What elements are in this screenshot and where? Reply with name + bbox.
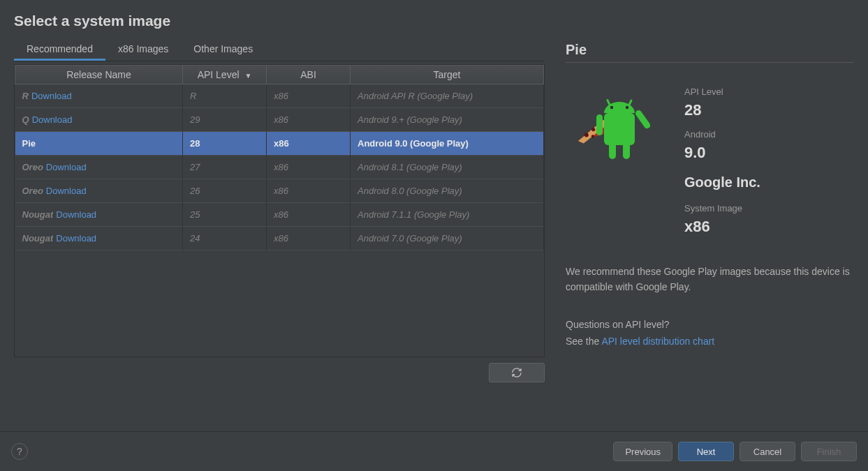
system-image-table: Release Name API Level ▼ ABI Target RDow…: [14, 64, 545, 357]
api-cell: 26: [183, 179, 267, 203]
see-text: See the API level distribution chart: [566, 336, 854, 347]
cancel-button[interactable]: Cancel: [740, 442, 795, 461]
target-cell: Android 8.0 (Google Play): [351, 179, 544, 203]
table-row[interactable]: Pie28x86Android 9.0 (Google Play): [15, 132, 544, 156]
api-level-label: API Level: [684, 87, 760, 97]
target-cell: Android 8.1 (Google Play): [351, 156, 544, 179]
android-label: Android: [684, 129, 760, 140]
abi-cell: x86: [267, 84, 351, 108]
release-name: Q: [22, 114, 29, 125]
finish-button: Finish: [801, 442, 857, 461]
previous-button[interactable]: Previous: [613, 442, 672, 461]
api-cell: R: [183, 84, 267, 108]
api-level-value: 28: [684, 101, 760, 119]
recommend-text: We recommend these Google Play images be…: [566, 264, 854, 295]
download-link[interactable]: Download: [32, 114, 73, 125]
target-cell: Android API R (Google Play): [351, 84, 544, 108]
next-button[interactable]: Next: [678, 442, 734, 461]
download-link[interactable]: Download: [46, 186, 87, 196]
help-icon: ?: [17, 446, 22, 457]
release-name: R: [22, 91, 29, 101]
system-image-value: x86: [684, 218, 760, 236]
download-link[interactable]: Download: [31, 91, 72, 101]
sort-desc-icon: ▼: [244, 72, 251, 80]
table-row[interactable]: OreoDownload26x86Android 8.0 (Google Pla…: [15, 179, 544, 203]
api-cell: 29: [183, 108, 267, 132]
help-button[interactable]: ?: [11, 443, 28, 460]
abi-cell: x86: [267, 156, 351, 179]
col-header-target[interactable]: Target: [351, 66, 544, 84]
svg-rect-6: [634, 109, 652, 130]
svg-rect-5: [596, 114, 603, 135]
api-cell: 25: [183, 203, 267, 227]
svg-rect-8: [623, 142, 630, 159]
abi-cell: x86: [267, 203, 351, 227]
table-row[interactable]: OreoDownload27x86Android 8.1 (Google Pla…: [15, 156, 544, 179]
target-cell: Android 7.0 (Google Play): [351, 227, 544, 251]
svg-point-11: [610, 106, 613, 109]
android-version-value: 9.0: [684, 144, 760, 162]
api-cell: 28: [183, 132, 267, 156]
target-cell: Android 9.0 (Google Play): [351, 132, 544, 156]
svg-rect-4: [604, 113, 635, 145]
abi-cell: x86: [267, 179, 351, 203]
svg-point-12: [626, 106, 628, 109]
download-link[interactable]: Download: [56, 233, 96, 244]
api-cell: 24: [183, 227, 267, 251]
tab-other-images[interactable]: Other Images: [181, 36, 265, 61]
page-title: Select a system image: [14, 13, 854, 29]
tab-recommended[interactable]: Recommended: [14, 36, 105, 61]
system-image-label: System Image: [684, 203, 760, 214]
col-header-release[interactable]: Release Name: [15, 66, 183, 84]
abi-cell: x86: [267, 227, 351, 251]
release-name: Pie: [22, 138, 36, 149]
release-name: Nougat: [22, 209, 54, 220]
table-row[interactable]: NougatDownload25x86Android 7.1.1 (Google…: [15, 203, 544, 227]
refresh-icon: [511, 367, 522, 378]
svg-rect-7: [609, 142, 616, 159]
android-pie-image: [566, 80, 670, 184]
table-row[interactable]: QDownload29x86Android 9.+ (Google Play): [15, 108, 544, 132]
abi-cell: x86: [267, 132, 351, 156]
col-header-api-label: API Level: [198, 69, 240, 80]
target-cell: Android 9.+ (Google Play): [351, 108, 544, 132]
svg-rect-9: [606, 99, 611, 106]
tab-x86-images[interactable]: x86 Images: [105, 36, 181, 61]
tabs: Recommendedx86 ImagesOther Images: [14, 36, 545, 61]
abi-cell: x86: [267, 108, 351, 132]
question-text: Questions on API level?: [566, 319, 854, 330]
target-cell: Android 7.1.1 (Google Play): [351, 203, 544, 227]
table-row[interactable]: NougatDownload24x86Android 7.0 (Google P…: [15, 227, 544, 251]
publisher-value: Google Inc.: [684, 174, 760, 190]
see-prefix: See the: [566, 336, 601, 347]
api-distribution-link[interactable]: API level distribution chart: [601, 336, 714, 347]
table-row[interactable]: RDownloadRx86Android API R (Google Play): [15, 84, 544, 108]
col-header-abi[interactable]: ABI: [267, 66, 351, 84]
release-name: Oreo: [22, 186, 43, 196]
release-name: Oreo: [22, 162, 43, 172]
download-link[interactable]: Download: [56, 209, 96, 220]
col-header-api[interactable]: API Level ▼: [183, 66, 267, 84]
refresh-button[interactable]: [489, 363, 545, 382]
api-cell: 27: [183, 156, 267, 179]
download-link[interactable]: Download: [46, 162, 87, 172]
release-name: Nougat: [22, 233, 54, 244]
detail-title: Pie: [566, 42, 854, 63]
